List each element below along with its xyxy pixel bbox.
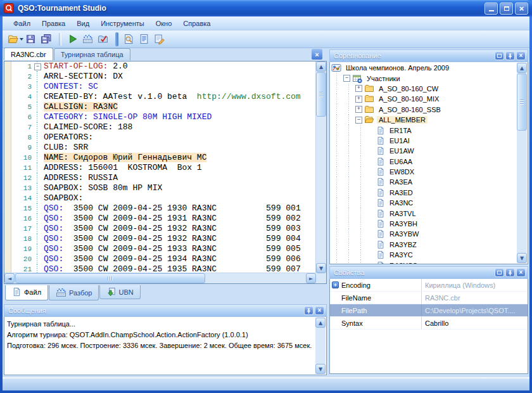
editor-line[interactable]: 6CATEGORY: SINGLE-OP 80M HIGH MIXED bbox=[11, 112, 316, 122]
code-editor[interactable]: 1−START-OF-LOG: 2.02ARRL-SECTION: DX3CON… bbox=[4, 61, 327, 284]
editor-line[interactable]: 20QSO: 3500 CW 2009-04-25 1934 RA3NC 599… bbox=[11, 254, 316, 264]
contest-tree[interactable]: Школа чемпионов. Апрель 2009−Участники+A… bbox=[329, 62, 528, 264]
editor-line[interactable]: 13SOAPBOX: SOSB 80m HP MIX bbox=[11, 183, 316, 193]
editor-vertical-scrollbar[interactable]: ▲ ▼ bbox=[315, 61, 326, 273]
validate-button[interactable] bbox=[95, 32, 110, 46]
scroll-up-button[interactable]: ▲ bbox=[517, 63, 527, 73]
editor-line[interactable]: 15QSO: 3500 CW 2009-04-25 1930 RA3NC 599… bbox=[11, 203, 316, 214]
tree-item[interactable]: RA3YBZ bbox=[331, 240, 516, 250]
tree-item[interactable]: Школа чемпионов. Апрель 2009 bbox=[331, 63, 516, 73]
scroll-left-button[interactable]: ◄ bbox=[4, 273, 15, 283]
edit-log-button[interactable] bbox=[151, 32, 167, 46]
menu-item-tools[interactable]: Инструменты bbox=[95, 18, 150, 29]
tree-item[interactable]: RA3YCS bbox=[331, 260, 516, 264]
editor-line[interactable]: 16QSO: 3500 CW 2009-04-25 1931 RA3NC 599… bbox=[11, 214, 316, 224]
editor-lines[interactable]: 1−START-OF-LOG: 2.02ARRL-SECTION: DX3CON… bbox=[11, 61, 316, 273]
editor-horizontal-scrollbar[interactable]: ◄ ► bbox=[4, 273, 316, 283]
panel-pin-button[interactable] bbox=[304, 306, 314, 315]
editor-line[interactable]: 8OPERATORS: bbox=[11, 132, 316, 143]
scroll-down-button[interactable]: ▼ bbox=[316, 263, 326, 273]
expand-icon[interactable]: + bbox=[332, 281, 339, 288]
tabstrip-close-button[interactable]: × bbox=[311, 48, 323, 60]
collapse-icon[interactable]: − bbox=[343, 75, 350, 82]
fold-collapse-icon[interactable]: − bbox=[34, 63, 41, 70]
tree-item[interactable]: RA3NC bbox=[331, 198, 516, 208]
scroll-thumb[interactable] bbox=[15, 273, 205, 283]
panel-pin-button[interactable] bbox=[505, 268, 515, 277]
tree-item[interactable]: ER1TA bbox=[331, 125, 516, 135]
scroll-up-button[interactable]: ▲ bbox=[316, 61, 326, 72]
save-button[interactable] bbox=[23, 32, 38, 46]
property-row-encoding[interactable]: +EncodingКириллица (Windows) bbox=[330, 279, 528, 292]
doc-tab-table[interactable]: Турнирная таблица bbox=[54, 48, 130, 60]
scroll-down-button[interactable]: ▼ bbox=[315, 364, 326, 374]
tree-item[interactable]: +A_SO_80-160_CW bbox=[331, 84, 516, 94]
close-button[interactable]: × bbox=[515, 3, 528, 15]
editor-line[interactable]: 19QSO: 3500 CW 2009-04-25 1933 RA3NC 599… bbox=[11, 244, 316, 254]
panel-float-button[interactable] bbox=[495, 51, 504, 60]
panel-pin-button[interactable] bbox=[505, 51, 515, 60]
open-button[interactable] bbox=[8, 32, 23, 46]
editor-line[interactable]: 4CREATED-BY: AATest v.1.0 beta http://ww… bbox=[11, 92, 316, 102]
menu-item-help[interactable]: Справка bbox=[177, 18, 216, 29]
tree-item[interactable]: EU6AA bbox=[331, 157, 516, 167]
editor-line[interactable]: 12ADDRESS: RUSSIA bbox=[11, 173, 316, 183]
property-row-filename[interactable]: FileNameRA3NC.cbr bbox=[330, 292, 528, 304]
tree-scrollbar[interactable]: ▲ ▼ bbox=[517, 63, 527, 263]
tree-item[interactable]: RA3YC bbox=[331, 250, 516, 260]
expand-icon[interactable]: + bbox=[355, 106, 362, 113]
tree-item[interactable]: RA3TVL bbox=[331, 208, 516, 218]
tree-item[interactable]: RA3YBH bbox=[331, 219, 516, 229]
editor-line[interactable]: 17QSO: 3500 CW 2009-04-25 1932 RA3NC 599… bbox=[11, 224, 316, 234]
editor-line[interactable]: 10NAME: Сидоров Юрий Геннадьевич МС bbox=[11, 153, 316, 163]
editor-line[interactable]: 9CLUB: SRR bbox=[11, 143, 316, 153]
panel-float-button[interactable] bbox=[495, 268, 504, 277]
editor-line[interactable]: 5CALLSIGN: RA3NC bbox=[11, 102, 316, 112]
report-button[interactable] bbox=[136, 32, 151, 46]
tree-item[interactable]: −ALL_MEMBER bbox=[331, 115, 516, 125]
expand-icon[interactable]: + bbox=[355, 85, 362, 92]
tree-item[interactable]: RA3YBW bbox=[331, 229, 516, 239]
save-all-button[interactable] bbox=[38, 32, 53, 46]
view-tab-parse[interactable]: Разбор bbox=[49, 285, 99, 300]
run-button[interactable] bbox=[65, 32, 80, 46]
minimize-button[interactable] bbox=[484, 3, 498, 15]
scroll-thumb[interactable] bbox=[517, 74, 527, 131]
editor-line[interactable]: 1−START-OF-LOG: 2.0 bbox=[11, 61, 316, 72]
tree-item[interactable]: EW8DX bbox=[331, 167, 516, 177]
editor-line[interactable]: 3CONTEST: SC bbox=[11, 82, 316, 92]
collapse-icon[interactable]: − bbox=[355, 117, 362, 124]
menu-item-file[interactable]: Файл bbox=[8, 18, 36, 29]
property-row-syntax[interactable]: SyntaxCabrillo bbox=[330, 317, 528, 330]
tree-item[interactable]: +A_SO_80-160_MIX bbox=[331, 94, 516, 104]
tree-item[interactable]: RA3ED bbox=[331, 188, 516, 198]
expand-icon[interactable]: + bbox=[355, 96, 362, 103]
editor-line[interactable]: 11ADDRESS: 156001 KOSTROMA Box 1 bbox=[11, 163, 316, 173]
scroll-thumb[interactable] bbox=[316, 72, 326, 117]
tree-item[interactable]: −Участники bbox=[331, 73, 516, 83]
editor-line[interactable]: 2ARRL-SECTION: DX bbox=[11, 72, 316, 82]
editor-line[interactable]: 18QSO: 3500 CW 2009-04-25 1932 RA3NC 599… bbox=[11, 234, 316, 244]
property-row-filepath[interactable]: FilePathC:\Develop\Projects\QSOT.... bbox=[330, 304, 528, 317]
maximize-button[interactable] bbox=[500, 3, 513, 15]
menu-item-edit[interactable]: Правка bbox=[36, 18, 71, 29]
editor-line[interactable]: 14SOAPBOX: bbox=[11, 193, 316, 203]
scroll-down-button[interactable]: ▼ bbox=[517, 253, 527, 263]
search-log-button[interactable] bbox=[121, 32, 136, 46]
messages-scrollbar[interactable]: ▲ ▼ bbox=[315, 318, 326, 374]
tree-item[interactable]: RA3EA bbox=[331, 177, 516, 187]
editor-line[interactable]: 7CLAIMED-SCORE: 188 bbox=[11, 122, 316, 132]
tree-item[interactable]: EU1AI bbox=[331, 136, 516, 146]
panel-close-button[interactable]: × bbox=[315, 306, 324, 315]
panel-close-button[interactable]: × bbox=[516, 268, 526, 277]
menu-item-view[interactable]: Вид bbox=[71, 18, 95, 29]
tree-item[interactable]: +A_SO_80-160_SSB bbox=[331, 105, 516, 115]
scroll-up-button[interactable]: ▲ bbox=[315, 318, 326, 328]
scroll-right-button[interactable]: ► bbox=[306, 273, 316, 283]
tournament-table-button[interactable] bbox=[80, 32, 95, 46]
view-tab-file[interactable]: Файл bbox=[5, 285, 48, 300]
tree-item[interactable]: EU1AW bbox=[331, 146, 516, 156]
editor-line[interactable]: 21QSO: 3500 CW 2009-04-25 1935 RA3NC 599… bbox=[11, 264, 316, 273]
doc-tab-ra3nc[interactable]: RA3NC.cbr bbox=[4, 48, 53, 60]
panel-close-button[interactable]: × bbox=[516, 51, 526, 60]
